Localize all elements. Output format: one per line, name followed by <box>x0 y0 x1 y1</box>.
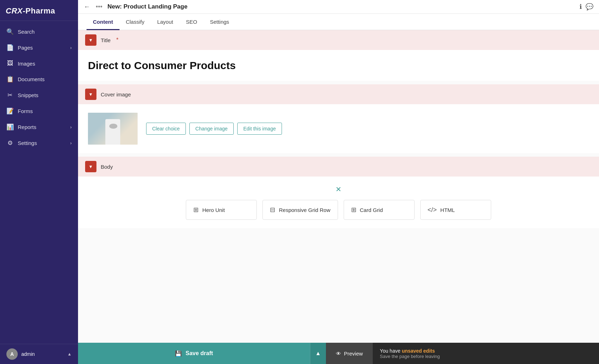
tab-bar: Content Classify Layout SEO Settings <box>78 14 599 30</box>
sidebar-item-label: Reports <box>18 124 37 130</box>
body-toggle-button[interactable]: ▾ <box>85 161 96 172</box>
section-divider-2 <box>78 153 599 157</box>
sidebar-item-search[interactable]: 🔍 Search <box>0 24 78 40</box>
sidebar-item-label: Search <box>18 29 35 35</box>
cover-image-section-body: Clear choice Change image Edit this imag… <box>78 104 599 153</box>
title-section-header: ▾ Title * <box>78 30 599 50</box>
sidebar-item-label: Forms <box>18 108 33 114</box>
search-icon: 🔍 <box>6 28 13 35</box>
sidebar: CRX-Pharma 🔍 Search 📄 Pages › 🖼 Images 📋… <box>0 0 78 364</box>
html-option[interactable]: </> HTML <box>420 200 491 220</box>
sidebar-item-label: Documents <box>18 76 45 82</box>
sidebar-item-pages[interactable]: 📄 Pages › <box>0 40 78 56</box>
body-section-label: Body <box>101 164 113 170</box>
notice-main: You have <box>380 348 400 354</box>
reports-icon: 📊 <box>6 123 13 131</box>
card-grid-option[interactable]: ⊞ Card Grid <box>344 200 415 220</box>
preview-button[interactable]: 👁 Preview <box>326 343 373 364</box>
responsive-grid-row-option[interactable]: ⊟ Responsive Grid Row <box>262 200 338 220</box>
block-options: ⊞ Hero Unit ⊟ Responsive Grid Row ⊞ Card… <box>186 200 491 220</box>
avatar: A <box>6 348 18 360</box>
cover-image-preview <box>88 113 138 145</box>
cover-image-toggle-button[interactable]: ▾ <box>85 89 96 100</box>
page-title-value[interactable]: Direct to Consumer Products <box>88 58 589 72</box>
sidebar-item-reports[interactable]: 📊 Reports › <box>0 119 78 135</box>
preview-icon: 👁 <box>336 351 341 357</box>
body-section-header: ▾ Body <box>78 157 599 177</box>
sidebar-logo: CRX-Pharma <box>0 0 78 21</box>
sidebar-item-settings[interactable]: ⚙ Settings › <box>0 135 78 151</box>
sidebar-item-images[interactable]: 🖼 Images <box>0 56 78 71</box>
save-draft-button[interactable]: 💾 Save draft <box>78 343 310 364</box>
expand-icon: ▲ <box>315 350 321 356</box>
save-icon: 💾 <box>175 350 182 357</box>
settings-icon: ⚙ <box>6 139 13 147</box>
title-toggle-button[interactable]: ▾ <box>85 34 96 46</box>
sidebar-item-label: Snippets <box>18 92 38 98</box>
hero-unit-option[interactable]: ⊞ Hero Unit <box>186 200 257 220</box>
save-expand-button[interactable]: ▲ <box>310 343 326 364</box>
sidebar-nav: 🔍 Search 📄 Pages › 🖼 Images 📋 Documents … <box>0 21 78 344</box>
bottom-bar: 💾 Save draft ▲ 👁 Preview You have unsave… <box>78 343 599 364</box>
preview-label: Preview <box>344 351 363 357</box>
cover-image-thumbnail <box>88 113 138 145</box>
more-options-icon[interactable]: ••• <box>96 3 102 11</box>
html-label: HTML <box>440 207 455 213</box>
sidebar-item-forms[interactable]: 📝 Forms <box>0 103 78 119</box>
sidebar-footer[interactable]: A admin ▲ <box>0 344 78 364</box>
tab-content[interactable]: Content <box>87 14 120 30</box>
chevron-down-icon: ▾ <box>89 37 92 43</box>
chevron-up-icon: ▲ <box>67 352 72 357</box>
info-icon[interactable]: ℹ <box>579 3 582 11</box>
responsive-grid-row-icon: ⊟ <box>270 206 275 214</box>
images-icon: 🖼 <box>6 60 13 67</box>
forms-icon: 📝 <box>6 107 13 115</box>
save-draft-label: Save draft <box>185 350 213 357</box>
cover-image-section-label: Cover image <box>101 91 131 97</box>
comment-icon[interactable]: 💬 <box>586 3 593 11</box>
admin-label: admin <box>21 351 35 357</box>
back-button[interactable]: ← <box>84 3 90 11</box>
chevron-right-icon: › <box>70 45 72 50</box>
title-section-label: Title <box>101 37 111 43</box>
cover-image-actions: Clear choice Change image Edit this imag… <box>146 123 282 135</box>
sidebar-item-label: Settings <box>18 140 37 146</box>
sidebar-item-snippets[interactable]: ✂ Snippets <box>0 87 78 103</box>
snippets-icon: ✂ <box>6 91 13 99</box>
chevron-right-icon: › <box>70 141 72 146</box>
unsaved-edits-label: unsaved edits <box>402 348 435 354</box>
clear-choice-button[interactable]: Clear choice <box>146 123 186 135</box>
body-section-body: ✕ ⊞ Hero Unit ⊟ Responsive Grid Row ⊞ Ca… <box>78 177 599 228</box>
title-section-body: Direct to Consumer Products <box>78 50 599 81</box>
card-grid-icon: ⊞ <box>351 206 356 214</box>
topbar: ← ••• New: Product Landing Page ℹ 💬 <box>78 0 599 14</box>
sidebar-item-label: Images <box>18 61 35 67</box>
required-indicator: * <box>116 37 118 43</box>
topbar-actions: ℹ 💬 <box>579 3 593 11</box>
tab-layout[interactable]: Layout <box>151 14 179 30</box>
change-image-button[interactable]: Change image <box>189 123 234 135</box>
section-divider <box>78 81 599 84</box>
notice-sub: Save the page before leaving <box>380 354 592 359</box>
tab-seo[interactable]: SEO <box>179 14 204 30</box>
chevron-down-icon: ▾ <box>89 163 92 170</box>
chevron-down-icon: ▾ <box>89 91 92 97</box>
close-button[interactable]: ✕ <box>335 185 342 194</box>
tab-classify[interactable]: Classify <box>120 14 151 30</box>
chevron-right-icon: › <box>70 125 72 130</box>
documents-icon: 📋 <box>6 75 13 83</box>
hero-unit-label: Hero Unit <box>202 207 224 213</box>
page-title: New: Product Landing Page <box>107 3 576 10</box>
html-icon: </> <box>428 206 437 214</box>
sidebar-item-label: Pages <box>18 45 33 51</box>
hero-unit-icon: ⊞ <box>193 206 199 214</box>
main-area: ← ••• New: Product Landing Page ℹ 💬 Cont… <box>78 0 599 364</box>
responsive-grid-row-label: Responsive Grid Row <box>279 207 330 213</box>
logo-suffix: Pharma <box>26 6 55 15</box>
sidebar-item-documents[interactable]: 📋 Documents <box>0 71 78 87</box>
cover-image-section-header: ▾ Cover image <box>78 84 599 104</box>
pages-icon: 📄 <box>6 44 13 51</box>
edit-image-button[interactable]: Edit this image <box>237 123 282 135</box>
content-area: ▾ Title * Direct to Consumer Products ▾ … <box>78 30 599 343</box>
tab-settings[interactable]: Settings <box>204 14 235 30</box>
